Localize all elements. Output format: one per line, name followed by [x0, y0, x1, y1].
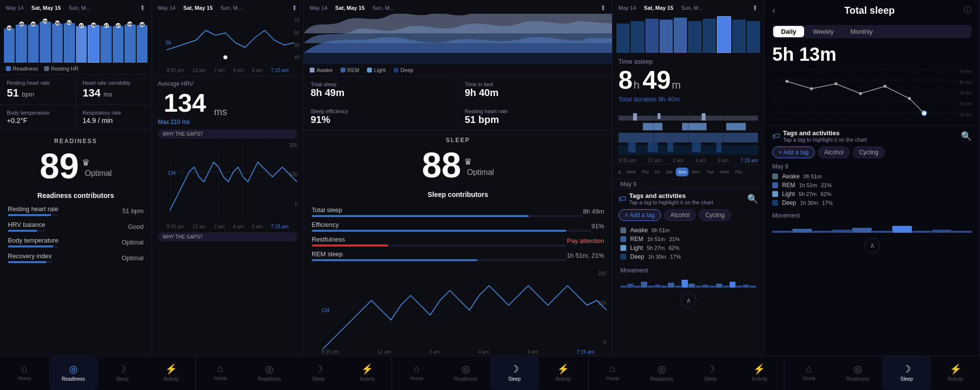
- nav-home-2[interactable]: ⌂ Home: [196, 356, 245, 390]
- legend-readiness-dot: [6, 66, 11, 71]
- sleep-icon-3: ☽: [510, 363, 519, 375]
- p5-alcohol-tag[interactable]: Alcohol: [818, 146, 850, 158]
- nav-home-5[interactable]: ⌂ Home: [784, 356, 833, 390]
- back-btn[interactable]: ‹: [772, 5, 775, 16]
- nav-readiness-3[interactable]: ◎ Readiness: [441, 356, 490, 390]
- p3-share-icon[interactable]: ⬆: [600, 4, 606, 12]
- hrv-unit: ms: [214, 106, 227, 118]
- p2-time-labels: 9:35 pm 12 am 2 am 4 am 6 am 7:15 am: [152, 67, 303, 74]
- sleep-stages-chart: [618, 111, 758, 155]
- date1: May 14: [6, 5, 24, 11]
- rem-dot: [341, 68, 345, 73]
- contrib-rhr-name: Resting heart rate: [8, 205, 58, 213]
- nav-activity-4[interactable]: ⚡ Activity: [735, 356, 784, 390]
- nav-readiness-2[interactable]: ◎ Readiness: [245, 356, 294, 390]
- nav-home-4[interactable]: ⌂ Home: [588, 356, 637, 390]
- day-btn-tue[interactable]: Tue: [704, 168, 716, 176]
- contrib-restfulness-name: Restfulness: [312, 236, 567, 243]
- nav-home-3[interactable]: ⌂ Home: [392, 356, 441, 390]
- total-sleep-value: 8h 49m: [311, 87, 451, 98]
- day-btn-thu2[interactable]: Thu: [732, 168, 745, 176]
- nav-section-2: ⌂ Home ◎ Readiness ☽ Sleep ⚡ Activity: [196, 356, 392, 390]
- stat-efficiency: Sleep efficiency 91%: [304, 103, 458, 130]
- nav-readiness-5[interactable]: ◎ Readiness: [833, 356, 882, 390]
- home-icon-3: ⌂: [414, 363, 419, 374]
- time-label: 4 am: [233, 68, 244, 73]
- sleep-label-5: Sleep: [901, 376, 913, 382]
- nav-readiness-4[interactable]: ◎ Readiness: [637, 356, 686, 390]
- bar-highlight: 48: [88, 25, 99, 63]
- p5-scroll-up-btn[interactable]: ∧: [864, 238, 880, 253]
- svg-rect-21: [658, 113, 661, 119]
- why-gaps-btn[interactable]: WHY THE GAPS?: [158, 129, 297, 139]
- info-icon[interactable]: ⓘ: [964, 5, 972, 16]
- p5-deep-pct: 17%: [822, 200, 833, 206]
- rhr-sleep-label: Resting heart rate: [465, 108, 606, 114]
- p5-add-tag-btn[interactable]: + Add a tag: [772, 146, 815, 158]
- activity-icon-3: ⚡: [557, 363, 569, 375]
- p5-search-icon[interactable]: 🔍: [961, 131, 972, 142]
- p5-stages-legend: Awake 0h 51m REM 1h 51m 21% Light 5h 27m…: [764, 171, 980, 210]
- nav-activity-3[interactable]: ⚡ Activity: [539, 356, 588, 390]
- prev-day-btn[interactable]: ‹: [616, 168, 623, 176]
- nav-sleep-5-active[interactable]: ☽ Sleep: [882, 356, 931, 390]
- day-btn-thu[interactable]: Thu: [639, 168, 652, 176]
- nav-activity-2[interactable]: ⚡ Activity: [343, 356, 392, 390]
- bar: 45: [4, 28, 15, 63]
- add-tag-btn[interactable]: + Add a tag: [618, 209, 661, 221]
- nav-sleep-1[interactable]: ☽ Sleep: [98, 356, 147, 390]
- time-label: 9:35 pm: [167, 224, 184, 229]
- nav-home-1[interactable]: ⌂ Home: [0, 356, 49, 390]
- resp-label: Respiratory rate: [83, 110, 145, 116]
- day-btn-sun-active[interactable]: Sun: [676, 168, 688, 176]
- p5-tags-section: 🏷 Tags and activities Tap a tag to highl…: [764, 125, 980, 162]
- nav-activity-5[interactable]: ⚡ Activity: [931, 356, 980, 390]
- p5-deep-time: 1h 30m: [800, 200, 818, 206]
- nav-sleep-2[interactable]: ☽ Sleep: [294, 356, 343, 390]
- movement-bars: [620, 276, 756, 288]
- nav-sleep-3-active[interactable]: ☽ Sleep: [490, 356, 539, 390]
- tab-daily[interactable]: Daily: [773, 26, 804, 37]
- time-label: 6 am: [252, 68, 263, 73]
- home-label: Home: [18, 376, 31, 381]
- day-btn-fri[interactable]: Fri: [652, 168, 662, 176]
- p3-date-highlight: Sat, May 15: [335, 5, 365, 11]
- stage-light-row: Light 5h 27m 62%: [620, 244, 756, 251]
- nav-sleep-4[interactable]: ☽ Sleep: [686, 356, 735, 390]
- mov-bar: [620, 286, 627, 288]
- stage-labels: Awake REM Light Deep: [304, 64, 612, 76]
- day-btn-wed2[interactable]: Wed: [717, 168, 731, 176]
- day-btn-wed[interactable]: Wed: [624, 168, 637, 176]
- tab-monthly[interactable]: Monthly: [842, 26, 881, 37]
- p5-cycling-tag[interactable]: Cycling: [853, 146, 884, 158]
- hrv-detail-svg: [170, 143, 301, 221]
- cycling-tag[interactable]: Cycling: [699, 209, 731, 221]
- bar: 50: [52, 24, 63, 63]
- activity-icon: ⚡: [165, 363, 177, 375]
- tab-weekly[interactable]: Weekly: [805, 26, 841, 37]
- p5-rem-time: 1h 51m: [799, 182, 817, 188]
- p5-tag-icon: 🏷: [772, 132, 780, 141]
- p4-share-icon[interactable]: ⬆: [752, 4, 758, 12]
- nav-activity-1[interactable]: ⚡ Activity: [147, 356, 196, 390]
- day-btn-sat[interactable]: Sat: [663, 168, 675, 176]
- svg-rect-19: [618, 116, 758, 121]
- legend-readiness: Readiness: [6, 66, 38, 72]
- p5-tag-chips: + Add a tag Alcohol Cycling: [772, 146, 972, 158]
- day-btn-mon[interactable]: Mon: [689, 168, 703, 176]
- scroll-up-btn[interactable]: ∧: [681, 292, 696, 308]
- optimal-label: Optimal: [85, 169, 112, 178]
- efficiency-label: Sleep efficiency: [311, 108, 451, 114]
- p2-share-icon[interactable]: ⬆: [292, 4, 297, 12]
- search-icon[interactable]: 🔍: [747, 194, 758, 204]
- panel-hrv: May 14 Sat, May 15 Sun, M... ⬆ 70 60 50 …: [152, 0, 304, 356]
- view-tabs: Daily Weekly Monthly: [772, 25, 972, 38]
- panel2-header: May 14 Sat, May 15 Sun, M... ⬆: [152, 0, 303, 14]
- sleep-score-title: SLEEP: [446, 137, 470, 144]
- crown-icon: ♛: [82, 157, 90, 168]
- why-gaps-btn-2[interactable]: WHY THE GAPS?: [158, 232, 297, 242]
- nav-readiness-1-active[interactable]: ◎ Readiness: [49, 356, 98, 390]
- alcohol-tag[interactable]: Alcohol: [664, 209, 696, 221]
- share-icon[interactable]: ⬆: [140, 4, 146, 12]
- contrib-total-sleep: Total sleep 8h 49m: [312, 206, 604, 217]
